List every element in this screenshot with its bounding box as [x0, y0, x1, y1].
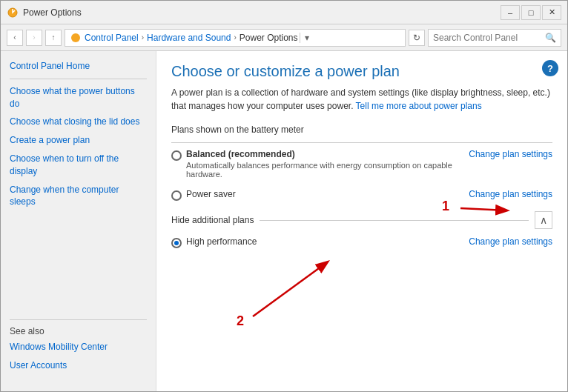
- svg-point-1: [71, 33, 80, 42]
- sidebar-link-2[interactable]: Create a power plan: [10, 134, 147, 147]
- sidebar-control-panel-home[interactable]: Control Panel Home: [10, 60, 147, 73]
- sidebar-divider-top: [10, 79, 147, 79]
- content-area: Control Panel Home Choose what the power…: [1, 51, 567, 391]
- search-box: 🔍: [428, 29, 561, 47]
- balanced-change-link[interactable]: Change plan settings: [469, 149, 552, 159]
- balanced-plan-label: Balanced (recommended): [186, 149, 454, 159]
- breadcrumb-bar: Control Panel › Hardware and Sound › Pow…: [65, 29, 406, 47]
- sidebar-link-1[interactable]: Choose what closing the lid does: [10, 116, 147, 128]
- breadcrumb-icon: [70, 32, 82, 44]
- sidebar-link-3[interactable]: Choose when to turn off the display: [10, 153, 147, 178]
- main-title: Choose or customize a power plan: [171, 63, 552, 80]
- power-saver-plan-item: Power saver Change plan settings: [171, 189, 552, 201]
- main-panel: ? Choose or customize a power plan A pow…: [156, 51, 567, 391]
- breadcrumb-dropdown-button[interactable]: ▾: [300, 33, 314, 43]
- hide-plans-label: Hide additional plans: [171, 215, 254, 225]
- breadcrumb-power-options: Power Options: [240, 33, 298, 43]
- collapse-plans-button[interactable]: ∧: [535, 211, 552, 229]
- balanced-plan-desc: Automatically balances performance with …: [186, 161, 454, 179]
- hide-plans-row: Hide additional plans ∧: [171, 211, 552, 229]
- sidebar-windows-mobility[interactable]: Windows Mobility Center: [10, 341, 147, 353]
- high-perf-radio-inner: [174, 241, 179, 245]
- sidebar-user-accounts[interactable]: User Accounts: [10, 359, 147, 372]
- power-options-window: Power Options – □ ✕ ‹ › ↑ Control Panel …: [0, 0, 568, 392]
- main-description: A power plan is a collection of hardware…: [171, 86, 552, 113]
- help-button[interactable]: ?: [542, 60, 558, 76]
- minimize-button[interactable]: –: [501, 5, 520, 20]
- sidebar-divider-bottom: [10, 319, 147, 320]
- high-perf-radio[interactable]: [171, 238, 182, 248]
- high-perf-change-link[interactable]: Change plan settings: [469, 236, 552, 247]
- power-saver-plan-label: Power saver: [186, 189, 236, 199]
- window-icon: [7, 7, 19, 19]
- annotation-badge-2: 2: [237, 313, 244, 328]
- power-saver-change-link[interactable]: Change plan settings: [469, 189, 552, 199]
- high-perf-plan-item: High performance Change plan settings: [171, 236, 552, 248]
- breadcrumb-control-panel[interactable]: Control Panel: [85, 33, 139, 43]
- power-saver-radio[interactable]: [171, 190, 182, 201]
- high-perf-plan-label: High performance: [186, 236, 257, 247]
- annotation-arrow-1: [460, 208, 506, 210]
- maximize-button[interactable]: □: [521, 5, 541, 20]
- refresh-button[interactable]: ↻: [409, 30, 425, 46]
- breadcrumb-sep-2: ›: [234, 33, 236, 41]
- forward-button[interactable]: ›: [26, 30, 42, 46]
- see-also-title: See also: [10, 326, 147, 336]
- close-button[interactable]: ✕: [542, 5, 561, 20]
- plans-section-label: Plans shown on the battery meter: [171, 124, 552, 135]
- hide-plans-line: [260, 220, 529, 221]
- breadcrumb-hardware[interactable]: Hardware and Sound: [147, 33, 231, 43]
- up-button[interactable]: ↑: [45, 30, 62, 46]
- navigation-bar: ‹ › ↑ Control Panel › Hardware and Sound…: [1, 24, 567, 51]
- back-button[interactable]: ‹: [7, 30, 23, 46]
- title-bar: Power Options – □ ✕: [1, 1, 567, 24]
- sidebar-link-0[interactable]: Choose what the power buttons do: [10, 85, 147, 110]
- window-title: Power Options: [23, 7, 501, 18]
- annotation-arrow-2: [253, 262, 327, 316]
- tell-me-more-link[interactable]: Tell me more about power plans: [356, 101, 482, 111]
- breadcrumb-sep-1: ›: [142, 33, 144, 41]
- balanced-radio[interactable]: [171, 150, 182, 161]
- sidebar-link-4[interactable]: Change when the computer sleeps: [10, 184, 147, 209]
- sidebar: Control Panel Home Choose what the power…: [1, 51, 156, 391]
- title-controls: – □ ✕: [501, 5, 561, 20]
- plans-divider: [171, 142, 552, 143]
- search-icon: 🔍: [545, 33, 556, 43]
- balanced-plan-item: Balanced (recommended) Automatically bal…: [171, 149, 552, 179]
- search-input[interactable]: [433, 33, 545, 43]
